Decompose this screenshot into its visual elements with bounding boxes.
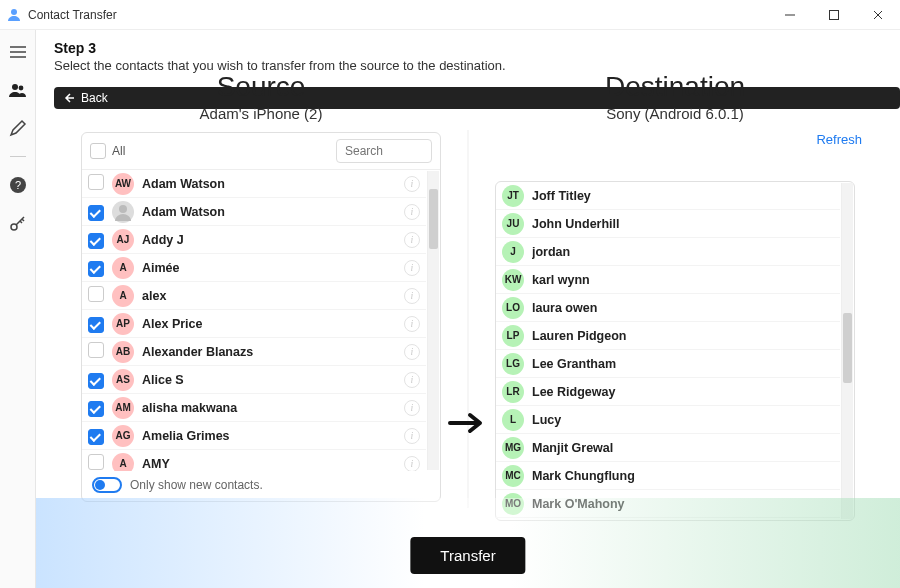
contact-row[interactable]: AAMYi: [82, 450, 426, 471]
contact-row[interactable]: JUJohn Underhill: [496, 210, 840, 238]
avatar: MC: [502, 465, 524, 487]
contact-name: alisha makwana: [142, 401, 396, 415]
info-icon[interactable]: i: [404, 232, 420, 248]
contact-checkbox[interactable]: [88, 261, 104, 277]
refresh-link[interactable]: Refresh: [468, 132, 882, 147]
contact-name: Addy J: [142, 233, 396, 247]
contact-row[interactable]: AJAddy Ji: [82, 226, 426, 254]
contact-checkbox[interactable]: [88, 233, 104, 249]
avatar: AJ: [112, 229, 134, 251]
avatar: A: [112, 453, 134, 472]
info-icon[interactable]: i: [404, 344, 420, 360]
contact-name: karl wynn: [532, 273, 834, 287]
contact-row[interactable]: Adam Watsoni: [82, 198, 426, 226]
contact-checkbox[interactable]: [88, 286, 104, 302]
contact-row[interactable]: AWAdam Watsoni: [82, 170, 426, 198]
svg-rect-2: [830, 10, 839, 19]
help-icon[interactable]: ?: [8, 175, 28, 195]
contact-row[interactable]: MGManjit Grewal: [496, 434, 840, 462]
info-icon[interactable]: i: [404, 456, 420, 472]
transfer-button[interactable]: Transfer: [410, 537, 525, 574]
contact-row[interactable]: APAlex Pricei: [82, 310, 426, 338]
avatar: AS: [112, 369, 134, 391]
contact-name: Aimée: [142, 261, 396, 275]
contact-row[interactable]: AGAmelia Grimesi: [82, 422, 426, 450]
contact-row[interactable]: ASAlice Si: [82, 366, 426, 394]
sidebar-separator: [10, 156, 26, 157]
select-all-label: All: [112, 144, 330, 158]
contact-name: Alex Price: [142, 317, 396, 331]
minimize-button[interactable]: [768, 0, 812, 30]
title-bar: Contact Transfer: [0, 0, 900, 30]
only-new-label: Only show new contacts.: [130, 478, 263, 492]
contact-row[interactable]: Jjordan: [496, 238, 840, 266]
avatar: AW: [112, 173, 134, 195]
info-icon[interactable]: i: [404, 260, 420, 276]
contact-name: Amelia Grimes: [142, 429, 396, 443]
contact-checkbox[interactable]: [88, 454, 104, 470]
avatar: AM: [112, 397, 134, 419]
contact-row[interactable]: Aalexi: [82, 282, 426, 310]
contact-checkbox[interactable]: [88, 429, 104, 445]
contact-row[interactable]: MOMark O'Mahony: [496, 490, 840, 518]
contact-row[interactable]: LOlaura owen: [496, 294, 840, 322]
contact-row[interactable]: JTJoff Titley: [496, 182, 840, 210]
select-all-checkbox[interactable]: [90, 143, 106, 159]
contact-checkbox[interactable]: [88, 174, 104, 190]
info-icon[interactable]: i: [404, 316, 420, 332]
info-icon[interactable]: i: [404, 428, 420, 444]
avatar: MO: [502, 493, 524, 515]
contact-row[interactable]: MCMark Chungflung: [496, 462, 840, 490]
info-icon[interactable]: i: [404, 176, 420, 192]
contacts-icon[interactable]: [8, 80, 28, 100]
back-button[interactable]: Back: [54, 87, 900, 109]
edit-icon[interactable]: [8, 118, 28, 138]
contact-checkbox[interactable]: [88, 342, 104, 358]
svg-point-8: [119, 205, 127, 213]
info-icon[interactable]: i: [404, 372, 420, 388]
only-new-toggle[interactable]: [92, 477, 122, 493]
contact-checkbox[interactable]: [88, 317, 104, 333]
source-scrollbar[interactable]: [427, 171, 439, 470]
avatar: LR: [502, 381, 524, 403]
info-icon[interactable]: i: [404, 204, 420, 220]
contact-checkbox[interactable]: [88, 401, 104, 417]
destination-scrollbar[interactable]: [841, 183, 853, 519]
contact-checkbox[interactable]: [88, 373, 104, 389]
info-icon[interactable]: i: [404, 288, 420, 304]
contact-row[interactable]: AAiméei: [82, 254, 426, 282]
contact-checkbox[interactable]: [88, 205, 104, 221]
contact-row[interactable]: KWkarl wynn: [496, 266, 840, 294]
contact-row[interactable]: LPLauren Pidgeon: [496, 322, 840, 350]
contact-row[interactable]: LLucy: [496, 406, 840, 434]
contact-row[interactable]: LRLee Ridgeway: [496, 378, 840, 406]
avatar: A: [112, 285, 134, 307]
avatar: LG: [502, 353, 524, 375]
contact-name: Mark O'Mahony: [532, 497, 834, 511]
key-icon[interactable]: [8, 213, 28, 233]
contact-name: alex: [142, 289, 396, 303]
contact-row[interactable]: LGLee Grantham: [496, 350, 840, 378]
maximize-button[interactable]: [812, 0, 856, 30]
contact-row[interactable]: AMalisha makwanai: [82, 394, 426, 422]
contact-name: Manjit Grewal: [532, 441, 834, 455]
search-input[interactable]: [336, 139, 432, 163]
svg-point-3: [12, 84, 18, 90]
svg-point-4: [18, 86, 23, 91]
source-title: Source: [217, 71, 306, 103]
contact-name: Mark Chungflung: [532, 469, 834, 483]
contact-name: Joff Titley: [532, 189, 834, 203]
sidebar: ?: [0, 30, 36, 588]
avatar: LP: [502, 325, 524, 347]
contact-name: Alexander Blanazs: [142, 345, 396, 359]
menu-icon[interactable]: [8, 42, 28, 62]
avatar: AG: [112, 425, 134, 447]
close-button[interactable]: [856, 0, 900, 30]
info-icon[interactable]: i: [404, 400, 420, 416]
contact-name: laura owen: [532, 301, 834, 315]
destination-panel: Destination Sony (Android 6.0.1) Refresh…: [468, 109, 882, 588]
contact-name: Alice S: [142, 373, 396, 387]
contact-row[interactable]: ABAlexander Blanazsi: [82, 338, 426, 366]
back-button-label: Back: [81, 91, 108, 105]
contact-name: Adam Watson: [142, 205, 396, 219]
